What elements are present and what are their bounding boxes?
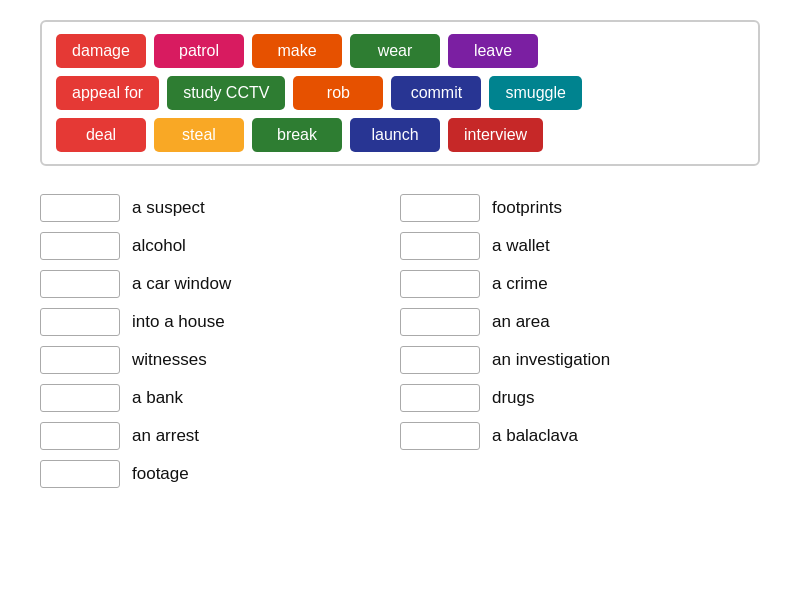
match-row: a suspect	[40, 194, 400, 222]
match-label: a wallet	[492, 236, 550, 256]
match-label: footprints	[492, 198, 562, 218]
answer-box[interactable]	[400, 422, 480, 450]
match-label: a balaclava	[492, 426, 578, 446]
answer-box[interactable]	[400, 270, 480, 298]
match-label: an arrest	[132, 426, 199, 446]
word-chip-smuggle[interactable]: smuggle	[489, 76, 581, 110]
word-bank: damagepatrolmakewearleave appeal forstud…	[40, 20, 760, 166]
match-row: a balaclava	[400, 422, 760, 450]
word-chip-launch[interactable]: launch	[350, 118, 440, 152]
word-chip-study-CCTV[interactable]: study CCTV	[167, 76, 285, 110]
word-chip-deal[interactable]: deal	[56, 118, 146, 152]
matching-area: a suspectalcohola car windowinto a house…	[40, 194, 760, 488]
answer-box[interactable]	[40, 422, 120, 450]
match-row: footprints	[400, 194, 760, 222]
match-label: a bank	[132, 388, 183, 408]
answer-box[interactable]	[400, 308, 480, 336]
match-label: footage	[132, 464, 189, 484]
word-chip-damage[interactable]: damage	[56, 34, 146, 68]
answer-box[interactable]	[40, 232, 120, 260]
word-chip-steal[interactable]: steal	[154, 118, 244, 152]
match-label: drugs	[492, 388, 535, 408]
match-row: a bank	[40, 384, 400, 412]
match-row: an investigation	[400, 346, 760, 374]
left-column: a suspectalcohola car windowinto a house…	[40, 194, 400, 488]
match-row: footage	[40, 460, 400, 488]
match-row: witnesses	[40, 346, 400, 374]
word-bank-row-2: appeal forstudy CCTVrobcommitsmuggle	[56, 76, 744, 110]
match-row: a car window	[40, 270, 400, 298]
word-bank-row-1: damagepatrolmakewearleave	[56, 34, 744, 68]
word-chip-wear[interactable]: wear	[350, 34, 440, 68]
word-chip-patrol[interactable]: patrol	[154, 34, 244, 68]
answer-box[interactable]	[40, 346, 120, 374]
match-label: into a house	[132, 312, 225, 332]
match-label: a suspect	[132, 198, 205, 218]
answer-box[interactable]	[40, 194, 120, 222]
word-chip-leave[interactable]: leave	[448, 34, 538, 68]
match-row: drugs	[400, 384, 760, 412]
match-row: an area	[400, 308, 760, 336]
word-chip-interview[interactable]: interview	[448, 118, 543, 152]
match-row: alcohol	[40, 232, 400, 260]
answer-box[interactable]	[400, 194, 480, 222]
word-chip-break[interactable]: break	[252, 118, 342, 152]
match-label: witnesses	[132, 350, 207, 370]
answer-box[interactable]	[40, 308, 120, 336]
match-row: a wallet	[400, 232, 760, 260]
match-label: alcohol	[132, 236, 186, 256]
answer-box[interactable]	[40, 270, 120, 298]
word-bank-row-3: dealstealbreaklaunchinterview	[56, 118, 744, 152]
match-label: an investigation	[492, 350, 610, 370]
right-column: footprintsa walleta crimean areaan inves…	[400, 194, 760, 488]
match-label: a car window	[132, 274, 231, 294]
match-row: an arrest	[40, 422, 400, 450]
word-chip-make[interactable]: make	[252, 34, 342, 68]
match-row: a crime	[400, 270, 760, 298]
answer-box[interactable]	[40, 460, 120, 488]
word-chip-appeal-for[interactable]: appeal for	[56, 76, 159, 110]
word-chip-rob[interactable]: rob	[293, 76, 383, 110]
answer-box[interactable]	[400, 384, 480, 412]
match-label: an area	[492, 312, 550, 332]
word-chip-commit[interactable]: commit	[391, 76, 481, 110]
answer-box[interactable]	[400, 232, 480, 260]
match-label: a crime	[492, 274, 548, 294]
answer-box[interactable]	[400, 346, 480, 374]
answer-box[interactable]	[40, 384, 120, 412]
match-row: into a house	[40, 308, 400, 336]
